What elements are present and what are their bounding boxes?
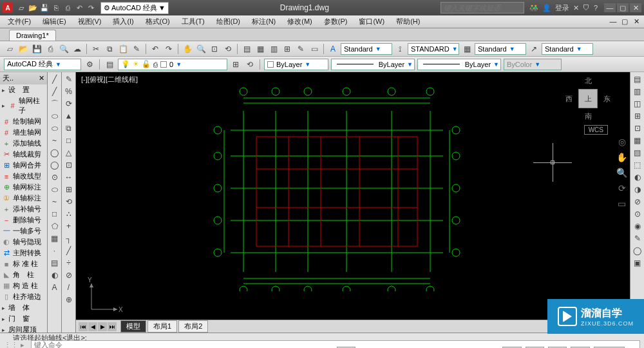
modify-tool-14[interactable]: ╱	[63, 245, 75, 256]
close-icon[interactable]: ✕	[39, 74, 44, 82]
palette-item-10[interactable]: +添补轴号	[0, 204, 47, 215]
draw-tool-2[interactable]: ⌒	[49, 98, 61, 110]
zoom-icon[interactable]: 🔍	[616, 168, 627, 178]
palette-item-9[interactable]: ①单轴标注	[0, 193, 47, 204]
tab-model[interactable]: 模型	[120, 320, 146, 333]
linetype-combo[interactable]: ByLayer▼	[331, 59, 415, 70]
palette-item-4[interactable]: +添加轴线	[0, 138, 47, 149]
right-tool-2[interactable]: ◫	[632, 98, 643, 110]
tab-layout1[interactable]: 布局1	[147, 320, 177, 333]
palette-item-2[interactable]: #绘制轴网	[0, 116, 47, 127]
zoom-prev-button[interactable]: ⟲	[222, 43, 234, 55]
palette-item-20[interactable]: 门 窗	[0, 313, 47, 324]
mdi-close[interactable]: ✕	[631, 17, 641, 26]
modify-tool-3[interactable]: ▲	[63, 110, 75, 122]
first-tab-button[interactable]: ⏮	[79, 322, 88, 331]
palette-item-18[interactable]: ▯柱齐墙边	[0, 291, 47, 302]
modify-tool-16[interactable]: ⊘	[63, 269, 75, 281]
modify-tool-10[interactable]: ⟲	[63, 196, 75, 208]
workspace-combo[interactable]: AutoCAD 经典▼	[4, 59, 81, 70]
modify-tool-13[interactable]: ┐	[63, 233, 75, 244]
draw-tool-10[interactable]: ~	[49, 196, 61, 208]
viewcube[interactable]: 北 南 西 东 上	[565, 76, 611, 121]
modify-tool-8[interactable]: ↔	[63, 171, 75, 183]
undo-button[interactable]: ↶	[149, 43, 161, 55]
modify-tool-4[interactable]: ⧉	[63, 122, 75, 134]
right-tool-6[interactable]: ▤	[632, 147, 643, 159]
modify-tool-11[interactable]: ∴	[63, 208, 75, 220]
help-icon[interactable]: ?	[594, 4, 598, 12]
modify-tool-18[interactable]: ⊕	[63, 294, 75, 305]
next-tab-button[interactable]: ▶	[98, 322, 107, 331]
dc-button[interactable]: ▦	[254, 43, 266, 55]
layer-state-combo[interactable]: 💡 ☀ 🔓 ⎙ 0 ▼	[118, 59, 227, 70]
minimize-button[interactable]: —	[604, 3, 616, 12]
draw-tool-11[interactable]: □	[49, 208, 61, 220]
cmd-handle-icon[interactable]: ⋮⋮	[4, 341, 18, 349]
modify-tool-6[interactable]: △	[63, 147, 75, 159]
modify-tool-7[interactable]: ⊡	[63, 159, 75, 171]
zoom-rt-button[interactable]: 🔍	[195, 43, 207, 55]
viewcube-north[interactable]: 北	[585, 76, 592, 86]
palette-item-19[interactable]: 墙 体	[0, 302, 47, 313]
pan-button[interactable]: ✋	[182, 43, 193, 55]
modify-tool-15[interactable]: ÷	[63, 257, 75, 269]
app-logo[interactable]: A	[3, 3, 13, 13]
cmd-arrow-icon[interactable]: ▸_	[21, 341, 28, 349]
right-tool-11[interactable]: ⊙	[632, 208, 643, 220]
dim-style-combo[interactable]: STANDARD▼	[408, 43, 459, 55]
modify-tool-17[interactable]: /	[63, 282, 75, 293]
ssm-button[interactable]: ⊞	[281, 43, 293, 55]
draw-tool-16[interactable]: ◐	[49, 269, 61, 281]
right-tool-7[interactable]: ⬚	[632, 159, 643, 171]
viewcube-west[interactable]: 西	[565, 94, 573, 104]
new-icon[interactable]: ▱	[17, 3, 26, 12]
right-tool-14[interactable]: ◯	[632, 245, 643, 256]
right-tool-9[interactable]: ◑	[632, 184, 643, 195]
saveas-icon[interactable]: ⎘	[52, 3, 61, 12]
modify-tool-0[interactable]: ✎	[63, 73, 75, 85]
menu-dimension[interactable]: 标注(N)	[247, 15, 281, 28]
modify-tool-5[interactable]: □	[63, 135, 75, 146]
right-tool-8[interactable]: ◐	[632, 171, 643, 183]
tp-button[interactable]: ▥	[268, 43, 279, 55]
menu-edit[interactable]: 编辑(E)	[37, 15, 71, 28]
signin-icon[interactable]: 👤	[542, 4, 551, 12]
table-style-combo[interactable]: Standard▼	[475, 43, 526, 55]
open-button[interactable]: 📂	[17, 43, 29, 55]
modify-tool-1[interactable]: %	[63, 86, 75, 97]
palette-item-5[interactable]: ✂轴线裁剪	[0, 149, 47, 160]
palette-item-0[interactable]: 设 置	[0, 84, 47, 95]
draw-tool-17[interactable]: A	[49, 282, 61, 293]
palette-item-12[interactable]: 一一轴多号	[0, 226, 47, 237]
drawing-canvas[interactable]: [-][俯视][二维线框] 北 南 西 东 上 WCS ◎ ✋ 🔍 ⟳ ▭	[76, 72, 630, 333]
modify-tool-2[interactable]: ⟳	[63, 98, 75, 110]
viewcube-east[interactable]: 东	[603, 94, 611, 104]
new-button[interactable]: ▱	[4, 43, 15, 55]
match-button[interactable]: ✎	[131, 43, 142, 55]
draw-tool-0[interactable]: ╱	[49, 73, 61, 85]
close-button[interactable]: ✕	[630, 3, 641, 12]
markup-button[interactable]: ✎	[295, 43, 307, 55]
tab-layout2[interactable]: 布局2	[178, 320, 208, 333]
draw-tool-6[interactable]: ◯	[49, 147, 61, 159]
open-icon[interactable]: 📂	[28, 3, 37, 12]
right-tool-1[interactable]: ▥	[632, 86, 643, 97]
pan-icon[interactable]: ✋	[616, 152, 627, 162]
prev-tab-button[interactable]: ◀	[88, 322, 97, 331]
palette-item-16[interactable]: ◣角 柱	[0, 269, 47, 280]
menu-view[interactable]: 视图(V)	[73, 15, 107, 28]
draw-tool-8[interactable]: ⊙	[49, 171, 61, 183]
orbit-icon[interactable]: ⟳	[618, 183, 626, 193]
paste-button[interactable]: 📋	[117, 43, 129, 55]
palette-item-8[interactable]: ⊕轴网标注	[0, 182, 47, 193]
ws-settings-icon[interactable]: ⚙	[84, 59, 95, 70]
layer-iso-button[interactable]: ⊞	[230, 59, 242, 70]
draw-tool-7[interactable]: ◯	[49, 159, 61, 171]
style-icon[interactable]: A	[327, 43, 339, 55]
viewcube-top[interactable]: 上	[578, 89, 598, 108]
right-tool-4[interactable]: ⊡	[632, 122, 643, 134]
mleader-style-combo[interactable]: Standard▼	[542, 43, 593, 55]
help-search-input[interactable]	[440, 2, 524, 14]
color-combo[interactable]: ByLayer▼	[264, 59, 328, 70]
